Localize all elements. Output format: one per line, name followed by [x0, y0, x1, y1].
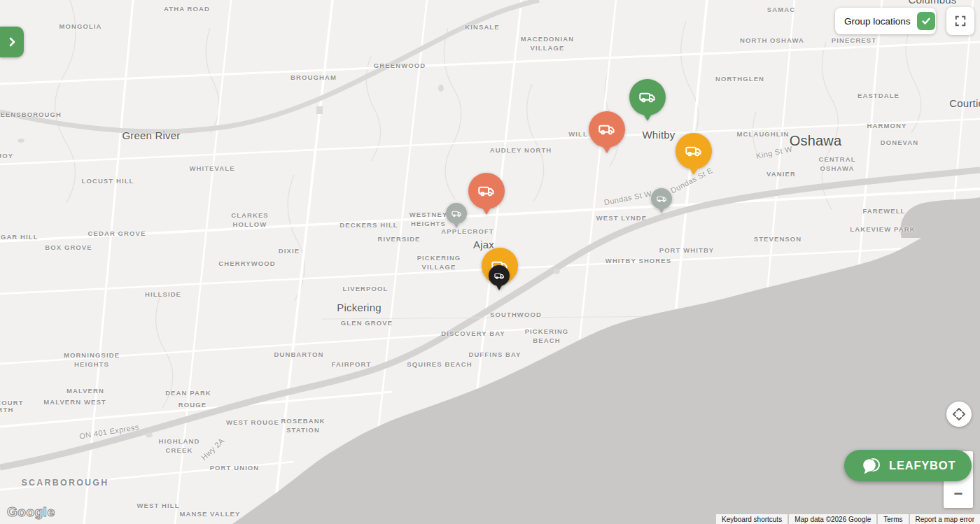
map-label: BOX GROVE: [45, 243, 92, 253]
map-label: HIGHLANDCREEK: [159, 437, 200, 455]
map-label: WHITEVALE: [189, 164, 234, 174]
map-label: GREENSBOROUGH: [0, 111, 62, 120]
map-label: DECKERS HILL: [340, 221, 398, 230]
map-label: NORTHGLEN: [715, 75, 764, 84]
terms-link[interactable]: Terms: [878, 514, 908, 524]
map-label: MONGOLIA: [59, 22, 102, 31]
group-locations-checkbox[interactable]: [917, 12, 935, 30]
map-label: MALVERN WEST: [43, 398, 106, 407]
map-label: DUFFINS BAY: [468, 350, 521, 360]
group-locations-label: Group locations: [844, 16, 911, 27]
map-label: MORNINGSIDEHEIGHTS: [64, 351, 120, 369]
map-label: Courtice: [949, 97, 980, 111]
fullscreen-button[interactable]: [946, 7, 974, 35]
map-label: APPLECROFT: [441, 227, 493, 236]
map-label: AUDLEY NORTH: [490, 146, 552, 155]
map-label: SCARBOROUGH: [22, 477, 109, 489]
map-label: MALVERN: [66, 387, 104, 396]
map-label: NORTH OSHAWA: [740, 36, 804, 45]
map-label: PORT UNION: [210, 464, 260, 473]
map-label: LIVERPOOL: [343, 285, 388, 294]
truck-marker-gray-2[interactable]: [651, 188, 672, 209]
map-label: HILLSIDE: [145, 290, 181, 299]
map-label: SAMAC: [767, 6, 795, 15]
pan-map-button[interactable]: [946, 402, 972, 427]
truck-icon: [656, 193, 668, 205]
map-label: WEST ROUGE: [226, 418, 279, 427]
map-label: RTH: [0, 406, 13, 415]
map-label: PORT WHITBY: [659, 246, 715, 255]
google-logo[interactable]: Google: [7, 504, 55, 520]
map-label: PICKERINGVILLAGE: [417, 254, 461, 271]
truck-icon: [638, 87, 657, 107]
truck-icon: [597, 120, 617, 139]
map-label: STEVENSON: [754, 235, 802, 244]
truck-marker-green-1[interactable]: [629, 79, 666, 115]
truck-icon: [684, 141, 704, 161]
map-label: WILL: [568, 130, 588, 139]
marker-tail: [601, 143, 613, 153]
truck-marker-yellow-1[interactable]: [676, 133, 712, 169]
map-label: MCLAUGHLIN: [737, 130, 790, 139]
truck-marker-black-1[interactable]: [489, 265, 510, 286]
map-label: EASTDALE: [858, 92, 899, 101]
truck-marker-orange-1[interactable]: [589, 111, 625, 148]
report-map-error-link[interactable]: Report a map error: [910, 514, 980, 524]
map-label: JOY: [0, 152, 13, 161]
marker-tail: [480, 204, 493, 215]
map-label: CENTRALOSHAWA: [818, 155, 855, 173]
map-label: ROSEBANKSTATION: [281, 417, 325, 434]
map-label: DISCOVERY BAY: [441, 330, 505, 339]
map-data-copyright: Map data ©2026 Google: [789, 514, 876, 524]
map-label: MACEDONIANVILLAGE: [521, 35, 574, 52]
leafybot-chat-button[interactable]: LEAFYBOT: [844, 450, 972, 481]
map-label: DONEVAN: [881, 139, 919, 148]
marker-tail: [641, 111, 654, 121]
map-label: CHERRYWOOD: [218, 260, 275, 269]
map-label: GREENWOOD: [374, 62, 426, 71]
zoom-out-button[interactable]: −: [944, 480, 973, 508]
truck-icon: [451, 208, 463, 220]
map-label: LOCUST HILL: [82, 177, 134, 186]
marker-tail: [495, 283, 503, 290]
map-label: GLEN GROVE: [341, 319, 393, 328]
map-label: PINECREST: [832, 36, 876, 45]
map-label: PICKERINGBEACH: [525, 327, 569, 345]
map-label: KINSALE: [465, 23, 499, 32]
group-locations-panel: Group locations: [835, 8, 936, 34]
map-label: Columbus: [908, 0, 956, 7]
map-label: Green River: [122, 129, 180, 143]
map-label: BROUGHAM: [290, 73, 337, 83]
map-label: SQUIRES BEACH: [407, 360, 472, 369]
checkmark-icon: [920, 15, 932, 27]
map-label: LAKEVIEW PARK: [850, 225, 915, 234]
truck-marker-gray-1[interactable]: [446, 203, 467, 224]
truck-marker-orange-2[interactable]: [468, 173, 505, 209]
map-label: CEDAR GROVE: [88, 229, 146, 239]
map-label: Oshawa: [790, 132, 842, 150]
map-label: WEST LYNDE: [596, 214, 647, 223]
marker-tail: [452, 220, 461, 228]
map-label: EGAR HILL: [0, 233, 38, 242]
marker-tail: [687, 164, 700, 175]
map-label: VANIER: [766, 170, 796, 179]
truck-icon: [493, 270, 505, 282]
map-label: FAREWELL: [862, 207, 905, 216]
map-label: HARMONY: [867, 122, 907, 131]
attribution-bar: Keyboard shortcutsMap data ©2026 GoogleT…: [716, 514, 980, 524]
map-label: MANSE VALLEY: [180, 510, 241, 519]
map-label: ATHA ROAD: [164, 5, 210, 14]
chatbot-label: LEAFYBOT: [889, 459, 955, 472]
map-label: WHITBY SHORES: [606, 257, 671, 266]
map-label: ROUGE: [178, 401, 206, 410]
sidebar-expand-button[interactable]: [0, 27, 24, 57]
map-canvas[interactable]: ATHA ROADMONGOLIAKINSALEMACEDONIANVILLAG…: [0, 0, 980, 524]
map-label: RIVERSIDE: [377, 235, 420, 244]
marker-tail: [657, 206, 666, 213]
map-label: Whitby: [642, 128, 675, 142]
keyboard-shortcuts-link[interactable]: Keyboard shortcuts: [716, 514, 788, 524]
fullscreen-icon: [953, 14, 967, 28]
map-label: CLARKESHOLLOW: [231, 211, 269, 229]
map-label: DUNBARTON: [274, 350, 324, 360]
map-label: Pickering: [337, 301, 382, 315]
